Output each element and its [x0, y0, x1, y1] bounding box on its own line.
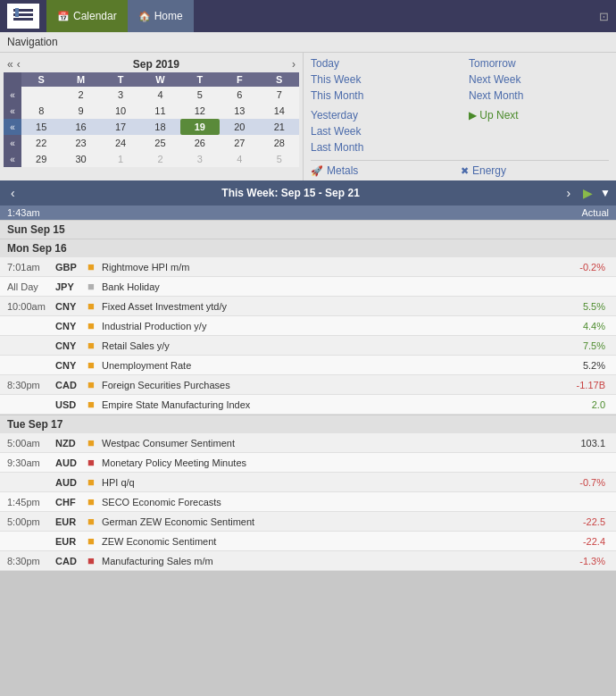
event-row[interactable]: EUR ■ ZEW Economic Sentiment -22.4 — [0, 532, 616, 551]
energy-link[interactable]: ✖ Energy — [461, 164, 609, 177]
cal-weeknum-2[interactable]: « — [4, 103, 21, 119]
link-next-week[interactable]: Next Week — [469, 72, 609, 87]
cal-day[interactable]: 8 — [21, 103, 61, 119]
event-row[interactable]: CNY ■ Unemployment Rate 5.2% — [0, 356, 616, 375]
event-row[interactable]: 8:30pm CAD ■ Manufacturing Sales m/m -1.… — [0, 551, 616, 571]
event-currency: EUR — [55, 536, 87, 547]
week-next-arrow[interactable]: › — [561, 186, 576, 200]
cal-day[interactable]: 10 — [101, 103, 140, 119]
event-row[interactable]: CNY ■ Industrial Production y/y 4.4% — [0, 316, 616, 336]
event-row[interactable]: 5:00pm EUR ■ German ZEW Economic Sentime… — [0, 512, 616, 532]
event-name: Retail Sales y/y — [102, 340, 550, 351]
event-actual: -1.3% — [550, 556, 612, 566]
cal-day-other[interactable]: 5 — [260, 151, 299, 167]
cal-day-other[interactable]: 4 — [220, 151, 259, 167]
calendar-tab[interactable]: 📅 Calendar — [46, 0, 128, 32]
cal-weeknum-4[interactable]: « — [4, 135, 21, 151]
top-bar-expand[interactable]: ⊡ — [599, 10, 609, 23]
link-this-month[interactable]: This Month — [311, 88, 451, 103]
cal-day[interactable]: 15 — [21, 119, 61, 135]
home-tab[interactable]: 🏠 Home — [128, 0, 194, 32]
cal-day[interactable]: 18 — [140, 119, 179, 135]
link-up-next[interactable]: ▶ Up Next — [469, 108, 609, 122]
svg-rect-2 — [13, 18, 33, 21]
event-impact-icon: ■ — [87, 456, 102, 469]
cal-day[interactable]: 17 — [101, 119, 140, 135]
calendar-tab-label: Calendar — [73, 10, 117, 22]
link-today[interactable]: Today — [311, 56, 451, 71]
cal-day[interactable]: 6 — [220, 87, 259, 103]
event-currency: CNY — [55, 321, 87, 331]
cal-prev-arrows[interactable]: « ‹ — [7, 58, 21, 71]
event-row[interactable]: USD ■ Empire State Manufacturing Index 2… — [0, 395, 616, 415]
cal-prev-far[interactable]: « — [7, 58, 13, 71]
event-actual: -0.7% — [550, 477, 612, 488]
cal-day-other[interactable]: 1 — [101, 151, 140, 167]
cal-today[interactable]: 19 — [180, 119, 220, 135]
cal-weeknum-1[interactable]: « — [4, 87, 21, 103]
cal-day[interactable]: 29 — [21, 151, 61, 167]
cal-day[interactable]: 7 — [260, 87, 299, 103]
calendar-month-title: Sep 2019 — [133, 58, 179, 71]
link-tomorrow[interactable]: Tomorrow — [469, 56, 609, 71]
cal-day[interactable]: 3 — [101, 87, 140, 103]
event-row[interactable]: 9:30am AUD ■ Monetary Policy Meeting Min… — [0, 453, 616, 473]
metals-link[interactable]: 🚀 Metals — [311, 164, 459, 177]
cal-day[interactable]: 24 — [101, 135, 140, 151]
cal-day[interactable]: 22 — [21, 135, 61, 151]
cal-day[interactable]: 23 — [61, 135, 100, 151]
cal-day[interactable]: 28 — [260, 135, 299, 151]
event-row[interactable]: 5:00am NZD ■ Westpac Consumer Sentiment … — [0, 433, 616, 453]
link-this-week[interactable]: This Week — [311, 72, 451, 87]
cal-day[interactable]: 26 — [180, 135, 220, 151]
week-filter-icon[interactable]: ▼ — [600, 187, 611, 199]
cal-day[interactable]: 20 — [220, 119, 259, 135]
event-impact-icon: ■ — [87, 260, 102, 273]
cal-week-3-current: « 15 16 17 18 19 20 21 — [4, 119, 299, 135]
cal-day[interactable]: 2 — [61, 87, 100, 103]
cal-day[interactable]: 12 — [180, 103, 220, 119]
svg-rect-3 — [15, 8, 19, 13]
divider — [311, 160, 609, 161]
cal-day[interactable]: 5 — [180, 87, 220, 103]
link-last-month[interactable]: Last Month — [311, 140, 451, 155]
event-row[interactable]: 7:01am GBP ■ Rightmove HPI m/m -0.2% — [0, 257, 616, 277]
link-yesterday[interactable]: Yesterday — [311, 108, 451, 122]
cal-day[interactable] — [21, 87, 61, 103]
cal-day[interactable]: 13 — [220, 103, 259, 119]
cal-day[interactable]: 30 — [61, 151, 100, 167]
event-row[interactable]: AUD ■ HPI q/q -0.7% — [0, 473, 616, 492]
cal-day[interactable]: 21 — [260, 119, 299, 135]
cal-day[interactable]: 9 — [61, 103, 100, 119]
week-prev-arrow[interactable]: ‹ — [5, 186, 21, 200]
cal-prev[interactable]: ‹ — [17, 58, 21, 71]
cal-day[interactable]: 11 — [140, 103, 179, 119]
cal-weeknum-3[interactable]: « — [4, 119, 21, 135]
week-bar-right: › ▶ ▼ — [561, 186, 611, 200]
event-currency: JPY — [55, 281, 87, 292]
cal-day[interactable]: 27 — [220, 135, 259, 151]
link-next-month[interactable]: Next Month — [469, 88, 609, 103]
event-row[interactable]: 8:30pm CAD ■ Foreign Securities Purchase… — [0, 375, 616, 395]
event-impact-icon: ■ — [87, 495, 102, 508]
event-impact-icon: ■ — [87, 515, 102, 528]
event-row[interactable]: 10:00am CNY ■ Fixed Asset Investment ytd… — [0, 297, 616, 316]
cal-weeknum-5[interactable]: « — [4, 151, 21, 167]
quick-links-grid: Today Tomorrow This Week Next Week This … — [311, 56, 609, 103]
cal-day[interactable]: 14 — [260, 103, 299, 119]
event-row[interactable]: CNY ■ Retail Sales y/y 7.5% — [0, 336, 616, 356]
event-row[interactable]: 1:45pm CHF ■ SECO Economic Forecasts — [0, 492, 616, 512]
week-bar: ‹ This Week: Sep 15 - Sep 21 › ▶ ▼ — [0, 180, 616, 205]
link-last-week[interactable]: Last Week — [311, 124, 451, 138]
app-logo — [7, 4, 39, 29]
cal-day-other[interactable]: 2 — [140, 151, 179, 167]
event-row[interactable]: All Day JPY ■ Bank Holiday — [0, 277, 616, 297]
cal-week-4: « 22 23 24 25 26 27 28 — [4, 135, 299, 151]
cal-day[interactable]: 16 — [61, 119, 100, 135]
cal-day[interactable]: 4 — [140, 87, 179, 103]
cal-day[interactable]: 25 — [140, 135, 179, 151]
week-play-icon[interactable]: ▶ — [583, 186, 593, 200]
cal-next[interactable]: › — [292, 58, 296, 71]
cal-day-other[interactable]: 3 — [180, 151, 220, 167]
event-time: 5:00am — [4, 438, 55, 449]
